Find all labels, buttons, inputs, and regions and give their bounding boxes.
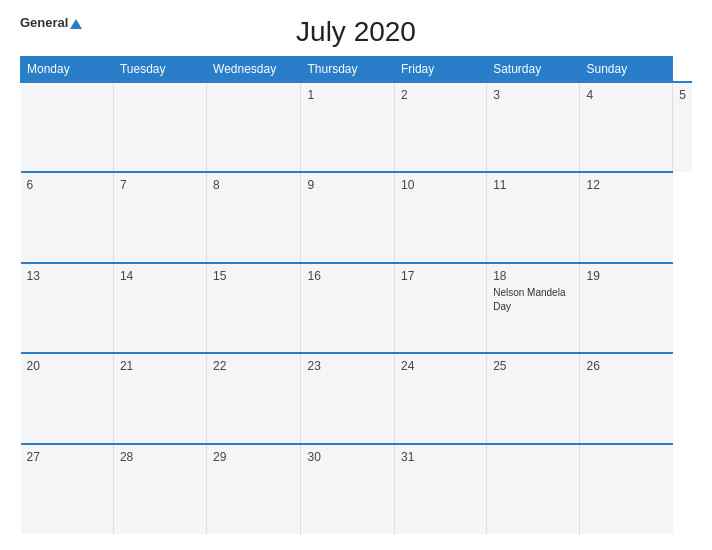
day-number: 17 <box>401 269 480 283</box>
calendar-day-cell: 24 <box>394 353 486 443</box>
month-title: July 2020 <box>296 16 416 48</box>
calendar-day-cell: 21 <box>113 353 206 443</box>
holiday-label: Nelson Mandela Day <box>493 287 565 312</box>
calendar-table: MondayTuesdayWednesdayThursdayFridaySatu… <box>20 56 692 534</box>
day-number: 7 <box>120 178 200 192</box>
calendar-day-cell: 12 <box>580 172 673 262</box>
day-number: 26 <box>586 359 666 373</box>
day-number: 15 <box>213 269 294 283</box>
day-number: 21 <box>120 359 200 373</box>
day-number: 22 <box>213 359 294 373</box>
calendar-day-cell: 20 <box>21 353 114 443</box>
calendar-day-cell: 18Nelson Mandela Day <box>487 263 580 353</box>
day-number: 2 <box>401 88 480 102</box>
day-number: 1 <box>307 88 387 102</box>
day-number: 24 <box>401 359 480 373</box>
calendar-day-cell: 25 <box>487 353 580 443</box>
calendar-day-cell: 7 <box>113 172 206 262</box>
day-number: 25 <box>493 359 573 373</box>
weekday-header: Wednesday <box>207 57 301 83</box>
calendar-day-cell: 16 <box>301 263 394 353</box>
calendar-week-row: 12345 <box>21 82 693 172</box>
calendar-day-cell <box>207 82 301 172</box>
calendar-week-row: 2728293031 <box>21 444 693 534</box>
day-number: 5 <box>679 88 686 102</box>
day-number: 9 <box>307 178 387 192</box>
calendar-day-cell: 15 <box>207 263 301 353</box>
weekday-header: Monday <box>21 57 114 83</box>
calendar-day-cell: 19 <box>580 263 673 353</box>
calendar-day-cell: 27 <box>21 444 114 534</box>
day-number: 28 <box>120 450 200 464</box>
weekday-header: Saturday <box>487 57 580 83</box>
calendar-day-cell: 13 <box>21 263 114 353</box>
calendar-body: 123456789101112131415161718Nelson Mandel… <box>21 82 693 534</box>
calendar-day-cell <box>487 444 580 534</box>
day-number: 13 <box>27 269 107 283</box>
calendar-day-cell <box>113 82 206 172</box>
day-number: 10 <box>401 178 480 192</box>
day-number: 6 <box>27 178 107 192</box>
day-number: 8 <box>213 178 294 192</box>
calendar-day-cell: 1 <box>301 82 394 172</box>
weekday-header: Tuesday <box>113 57 206 83</box>
calendar-day-cell: 9 <box>301 172 394 262</box>
day-number: 20 <box>27 359 107 373</box>
calendar-day-cell <box>580 444 673 534</box>
calendar-day-cell: 26 <box>580 353 673 443</box>
calendar-day-cell: 14 <box>113 263 206 353</box>
calendar-day-cell: 28 <box>113 444 206 534</box>
calendar-day-cell: 4 <box>580 82 673 172</box>
calendar-week-row: 131415161718Nelson Mandela Day19 <box>21 263 693 353</box>
calendar-day-cell <box>21 82 114 172</box>
calendar-day-cell: 2 <box>394 82 486 172</box>
day-number: 19 <box>586 269 666 283</box>
calendar-header: General July 2020 <box>20 16 692 48</box>
logo: General <box>20 16 82 30</box>
calendar-week-row: 20212223242526 <box>21 353 693 443</box>
day-number: 27 <box>27 450 107 464</box>
logo-triangle-icon <box>70 19 82 29</box>
day-number: 18 <box>493 269 573 283</box>
day-number: 29 <box>213 450 294 464</box>
weekday-header: Thursday <box>301 57 394 83</box>
day-number: 12 <box>586 178 666 192</box>
weekday-header: Friday <box>394 57 486 83</box>
calendar-day-cell: 22 <box>207 353 301 443</box>
day-number: 16 <box>307 269 387 283</box>
calendar-day-cell: 29 <box>207 444 301 534</box>
day-number: 11 <box>493 178 573 192</box>
calendar-day-cell: 30 <box>301 444 394 534</box>
calendar-day-cell: 23 <box>301 353 394 443</box>
logo-general-text: General <box>20 16 82 30</box>
calendar-day-cell: 10 <box>394 172 486 262</box>
calendar-day-cell: 5 <box>673 82 692 172</box>
calendar-day-cell: 3 <box>487 82 580 172</box>
calendar-week-row: 6789101112 <box>21 172 693 262</box>
calendar-day-cell: 31 <box>394 444 486 534</box>
calendar-day-cell: 6 <box>21 172 114 262</box>
day-number: 4 <box>586 88 666 102</box>
day-number: 30 <box>307 450 387 464</box>
day-number: 3 <box>493 88 573 102</box>
calendar-header-row: MondayTuesdayWednesdayThursdayFridaySatu… <box>21 57 693 83</box>
weekday-header: Sunday <box>580 57 673 83</box>
day-number: 14 <box>120 269 200 283</box>
calendar-day-cell: 17 <box>394 263 486 353</box>
calendar-day-cell: 8 <box>207 172 301 262</box>
day-number: 31 <box>401 450 480 464</box>
calendar-day-cell: 11 <box>487 172 580 262</box>
day-number: 23 <box>307 359 387 373</box>
